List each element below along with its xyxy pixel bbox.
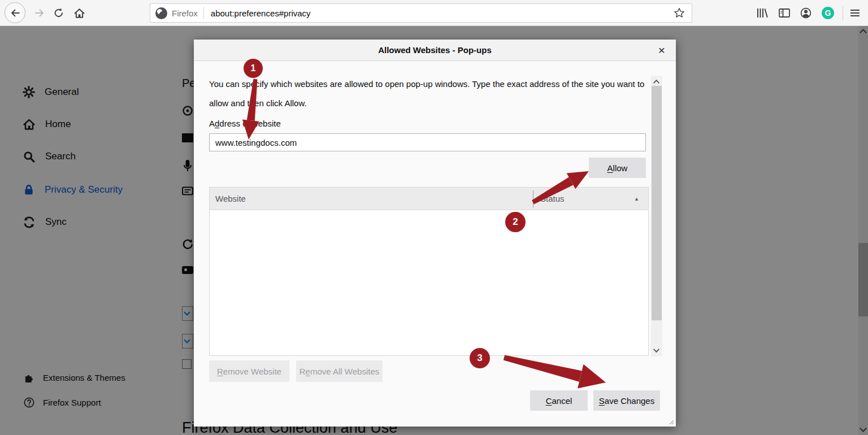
dialog-scrollbar-thumb[interactable] [652, 86, 662, 320]
step-2-badge: 2 [505, 212, 526, 232]
column-divider[interactable] [533, 190, 533, 207]
url-bar[interactable]: Firefox about:preferences#privacy [150, 3, 692, 23]
reload-button[interactable] [52, 6, 66, 20]
dialog-scrollbar[interactable] [651, 76, 662, 356]
urlbar-separator [203, 7, 204, 19]
website-column-header[interactable]: Website [215, 188, 246, 210]
forward-arrow-icon [34, 7, 45, 19]
address-of-website-label: Address of website [209, 119, 281, 128]
dialog-description: You can specify which websites are allow… [209, 75, 649, 113]
account-button[interactable] [798, 6, 813, 20]
save-changes-button[interactable]: Save Changes [593, 390, 660, 411]
reload-icon [53, 7, 64, 19]
back-button[interactable] [5, 2, 25, 23]
cancel-button[interactable]: Cancel [530, 390, 588, 411]
resize-grip-icon[interactable] [669, 419, 674, 425]
account-icon [800, 7, 812, 19]
toolbar-divider [843, 6, 843, 20]
sidebar-panel-icon [778, 7, 791, 19]
library-icon [756, 7, 769, 19]
step-1-badge: 1 [244, 59, 263, 78]
star-icon [674, 7, 685, 19]
grammarly-extension-button[interactable]: G [821, 6, 835, 20]
url-text[interactable]: about:preferences#privacy [211, 8, 674, 18]
dialog-title: Allowed Websites - Pop-ups [194, 40, 676, 60]
back-arrow-icon [10, 7, 21, 19]
status-column-header[interactable]: Status [540, 188, 565, 210]
firefox-logo-icon [155, 7, 167, 19]
scroll-up-icon[interactable] [653, 80, 659, 86]
grammarly-icon: G [822, 7, 834, 19]
dialog-header: Allowed Websites - Pop-ups × [194, 40, 676, 61]
remove-all-websites-button[interactable]: Remove All Websites [296, 360, 383, 382]
browser-toolbar: Firefox about:preferences#privacy G [0, 0, 868, 26]
websites-table[interactable]: Website Status ▲ [209, 187, 649, 356]
allow-button[interactable]: Allow [589, 158, 646, 178]
close-icon[interactable]: × [654, 43, 669, 58]
menu-button[interactable] [848, 6, 862, 20]
library-button[interactable] [755, 6, 770, 20]
preferences-page: General Home Search Privacy & Security S… [0, 26, 868, 435]
home-icon [73, 7, 85, 19]
allowed-websites-popup-dialog: Allowed Websites - Pop-ups × You can spe… [194, 40, 676, 427]
sort-ascending-icon[interactable]: ▲ [634, 188, 639, 210]
address-input[interactable] [209, 133, 646, 151]
remove-website-button[interactable]: Remove Website [209, 360, 289, 382]
identity-label: Firefox [172, 8, 198, 18]
sidebar-toggle-button[interactable] [777, 6, 792, 20]
hamburger-menu-icon [849, 7, 861, 19]
home-button[interactable] [72, 6, 86, 20]
scroll-down-icon[interactable] [653, 346, 659, 353]
forward-button[interactable] [33, 7, 46, 19]
step-3-badge: 3 [470, 348, 490, 368]
bookmark-star-button[interactable] [674, 7, 685, 19]
table-header: Website Status ▲ [210, 188, 648, 210]
